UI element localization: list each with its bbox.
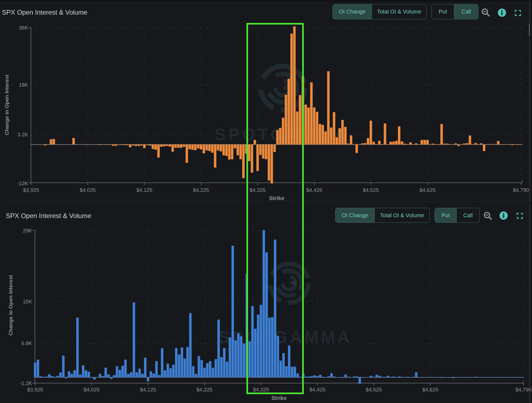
svg-text:-12K: -12K bbox=[17, 181, 28, 186]
svg-text:Change in Open Interest: Change in Open Interest bbox=[8, 275, 14, 336]
svg-text:$4,790: $4,790 bbox=[513, 187, 529, 193]
svg-text:$4,425: $4,425 bbox=[306, 187, 322, 193]
svg-text:$4,225: $4,225 bbox=[196, 387, 212, 393]
svg-text:$4,125: $4,125 bbox=[140, 387, 156, 393]
svg-text:15K: 15K bbox=[23, 299, 32, 304]
svg-text:6.8K: 6.8K bbox=[21, 340, 32, 346]
svg-text:$4,125: $4,125 bbox=[136, 187, 152, 193]
svg-text:36K: 36K bbox=[19, 25, 28, 31]
svg-text:$4,025: $4,025 bbox=[80, 187, 96, 193]
svg-text:$3,925: $3,925 bbox=[27, 387, 43, 393]
svg-text:$4,225: $4,225 bbox=[193, 187, 209, 193]
svg-text:Change in Open Interest: Change in Open Interest bbox=[4, 75, 10, 135]
svg-text:$4,625: $4,625 bbox=[422, 387, 438, 393]
svg-text:18K: 18K bbox=[19, 82, 28, 88]
svg-text:$4,625: $4,625 bbox=[419, 187, 435, 193]
svg-text:29K: 29K bbox=[23, 228, 32, 234]
svg-text:$4,525: $4,525 bbox=[366, 387, 382, 393]
svg-text:$4,425: $4,425 bbox=[309, 387, 325, 393]
svg-text:$4,025: $4,025 bbox=[84, 387, 100, 393]
svg-text:3.2K: 3.2K bbox=[17, 132, 28, 137]
svg-text:$4,525: $4,525 bbox=[363, 187, 379, 193]
svg-text:$3,925: $3,925 bbox=[23, 187, 39, 193]
svg-text:-1.2K: -1.2K bbox=[20, 380, 32, 386]
svg-text:Strike: Strike bbox=[271, 395, 287, 401]
